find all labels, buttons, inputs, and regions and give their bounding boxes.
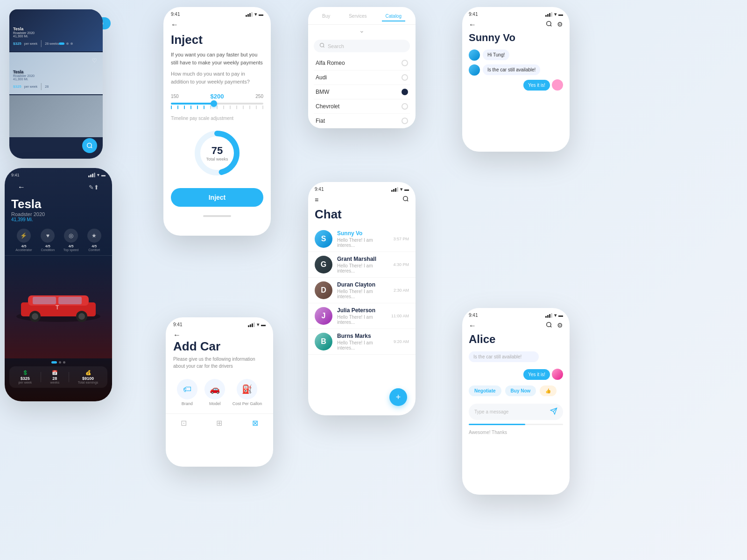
share-icon[interactable]: ⬆ bbox=[94, 184, 99, 191]
chat-item-grant[interactable]: G Grant Marshall Hello There! I am inter… bbox=[308, 252, 416, 278]
search-button[interactable] bbox=[82, 138, 97, 153]
inject-wifi-icon: ▾ bbox=[254, 12, 257, 17]
inject-description: If you want you can pay faster but you s… bbox=[163, 51, 271, 66]
sunny-signal-icon bbox=[545, 12, 552, 17]
chat-list-phone: 9:41 ▾ ▬ ≡ Chat S bbox=[308, 182, 416, 415]
gas-option[interactable]: ⛽ Cost Per Gallon bbox=[233, 379, 262, 406]
alice-bubble-right: Yes it is! bbox=[523, 369, 550, 380]
brand-item-bmw[interactable]: BMW bbox=[314, 85, 410, 99]
chat-item-julia[interactable]: J Julia Peterson Hello There! I am inter… bbox=[308, 303, 416, 329]
brand-search-bar[interactable]: Search bbox=[314, 40, 410, 52]
brand-item-audi[interactable]: Audi bbox=[314, 70, 410, 85]
message-input[interactable]: Type a message bbox=[469, 404, 563, 420]
brand-item-alfa-romeo[interactable]: Alfa Romeo bbox=[314, 56, 410, 70]
car-weeks-2: 28 bbox=[45, 85, 49, 88]
emoji-button[interactable]: 👍 bbox=[540, 385, 557, 396]
battery-icon: ▬ bbox=[101, 173, 106, 177]
alice-chat-name: Alice bbox=[462, 332, 570, 350]
slider-track[interactable] bbox=[171, 103, 263, 105]
collapse-chevron[interactable]: ⌄ bbox=[308, 25, 416, 36]
add-car-description: Please give us the following information… bbox=[166, 356, 273, 375]
alice-wifi-icon: ▾ bbox=[554, 313, 557, 318]
brand-label: Brand bbox=[177, 401, 197, 406]
tesla-car-subtitle: Roadster 2020 bbox=[5, 211, 112, 217]
nav-icon-1[interactable]: ⊡ bbox=[181, 419, 187, 427]
brand-radio-audi[interactable] bbox=[402, 74, 408, 81]
back-button[interactable]: ← bbox=[11, 181, 32, 193]
bubble-3: Yes it is! bbox=[523, 80, 550, 91]
car-list-item-1[interactable]: Tesla Roadster 2020 41,300 Mi. $325 per … bbox=[9, 9, 103, 51]
add-car-signal-icon bbox=[248, 322, 255, 327]
signal-icon bbox=[88, 173, 95, 177]
sunny-back-button[interactable]: ← bbox=[469, 21, 476, 29]
inject-back-button[interactable]: ← bbox=[171, 21, 178, 29]
bubble-2: Is the car still available! bbox=[483, 64, 540, 75]
tesla-bottom-stats: 💲 $325 per week 📅 28 weeks 💰 $9100 Total… bbox=[9, 366, 107, 388]
tab-buy[interactable]: Buy bbox=[318, 12, 334, 21]
alice-battery-icon: ▬ bbox=[558, 313, 563, 318]
brand-option[interactable]: 🏷 Brand bbox=[177, 379, 197, 406]
edit-icon[interactable]: ✎ bbox=[89, 184, 94, 191]
donut-center: 75 Total weeks bbox=[206, 145, 228, 161]
alice-search-icon[interactable] bbox=[546, 322, 552, 330]
slider-fill bbox=[171, 103, 212, 105]
inject-question: How much do you want to pay in addition … bbox=[163, 66, 271, 89]
donut-chart-container: 75 Total weeks bbox=[163, 123, 271, 183]
chat-preview-grant: Hello There! I am interes... bbox=[337, 263, 388, 273]
chat-preview-duran: Hello There! I am interes... bbox=[337, 289, 389, 299]
buy-now-button[interactable]: Buy Now bbox=[505, 385, 536, 396]
sunny-chat-phone: Total weeks 9:41 ▾ ▬ ← bbox=[462, 7, 570, 152]
sunny-battery-icon: ▬ bbox=[558, 12, 563, 17]
chat-name-sunny: Sunny Vo bbox=[337, 230, 388, 237]
timeline-label: Timeline pay scale adjustment bbox=[163, 114, 271, 123]
chat-avatar-grant: G bbox=[315, 256, 332, 273]
inject-status-bar: 9:41 ▾ ▬ bbox=[163, 7, 271, 19]
inject-button[interactable]: Inject bbox=[171, 188, 263, 207]
chat-search-icon[interactable] bbox=[402, 196, 409, 203]
wifi-icon: ▾ bbox=[97, 173, 99, 177]
svg-point-13 bbox=[320, 43, 324, 47]
brand-item-chevrolet[interactable]: Chevrolet bbox=[314, 99, 410, 114]
chat-info-sunny: Sunny Vo Hello There! I am interes... bbox=[337, 230, 388, 248]
negotiate-button[interactable]: Negotiate bbox=[469, 385, 501, 396]
sunny-settings-icon[interactable]: ⚙ bbox=[557, 21, 563, 29]
heart-icon[interactable]: ♡ bbox=[90, 56, 99, 65]
nav-icon-3[interactable]: ⊠ bbox=[252, 419, 258, 427]
chat-item-sunny[interactable]: S Sunny Vo Hello There! I am interes... … bbox=[308, 226, 416, 252]
alice-back-button[interactable]: ← bbox=[469, 322, 476, 330]
inject-signal-icon bbox=[246, 12, 253, 17]
car-price-1: $325 bbox=[13, 42, 21, 46]
new-chat-fab[interactable]: + bbox=[389, 388, 407, 406]
svg-point-9 bbox=[78, 313, 85, 320]
car-mileage-1: 41,300 Mi. bbox=[13, 35, 59, 38]
car-list-item-2[interactable]: ♡ Tesla Roadster 2020 41,300 Mi. $325 pe… bbox=[9, 52, 103, 94]
payment-slider[interactable]: 150 $200 250 bbox=[163, 89, 271, 114]
car-list-item-3[interactable] bbox=[9, 95, 103, 137]
tab-services[interactable]: Services bbox=[345, 12, 370, 21]
brand-radio-fiat[interactable] bbox=[402, 118, 408, 124]
alice-nav: ← ⚙ bbox=[462, 320, 570, 332]
chat-item-burns[interactable]: B Burns Marks Hello There! I am interes.… bbox=[308, 329, 416, 355]
nav-icon-2[interactable]: ⊞ bbox=[216, 419, 222, 427]
chat-wifi-icon: ▾ bbox=[400, 187, 402, 192]
brand-item-fiat[interactable]: Fiat bbox=[314, 114, 410, 128]
brand-radio-chevrolet[interactable] bbox=[402, 103, 408, 110]
send-icon[interactable] bbox=[550, 407, 557, 416]
add-car-back-button[interactable]: ← bbox=[173, 331, 181, 339]
alice-settings-icon[interactable]: ⚙ bbox=[557, 322, 563, 330]
tab-catalog[interactable]: Catalog bbox=[382, 12, 405, 21]
search-placeholder: Search bbox=[328, 43, 344, 49]
brand-radio-alfa[interactable] bbox=[402, 60, 408, 66]
chat-info-julia: Julia Peterson Hello There! I am interes… bbox=[337, 307, 387, 325]
chat-info-duran: Duran Clayton Hello There! I am interes.… bbox=[337, 281, 389, 299]
chat-nav: ≡ bbox=[308, 194, 416, 207]
sunny-search-icon[interactable] bbox=[546, 21, 552, 29]
menu-icon[interactable]: ≡ bbox=[315, 196, 318, 203]
chat-name-duran: Duran Clayton bbox=[337, 281, 389, 288]
chat-avatar-burns: B bbox=[315, 333, 332, 350]
model-option[interactable]: 🚗 Model bbox=[204, 379, 225, 406]
chat-item-duran[interactable]: D Duran Clayton Hello There! I am intere… bbox=[308, 278, 416, 303]
brand-radio-bmw[interactable] bbox=[402, 89, 408, 95]
message-3: Yes it is! bbox=[462, 77, 570, 92]
add-car-status-bar: 9:41 ▾ ▬ bbox=[166, 317, 273, 329]
